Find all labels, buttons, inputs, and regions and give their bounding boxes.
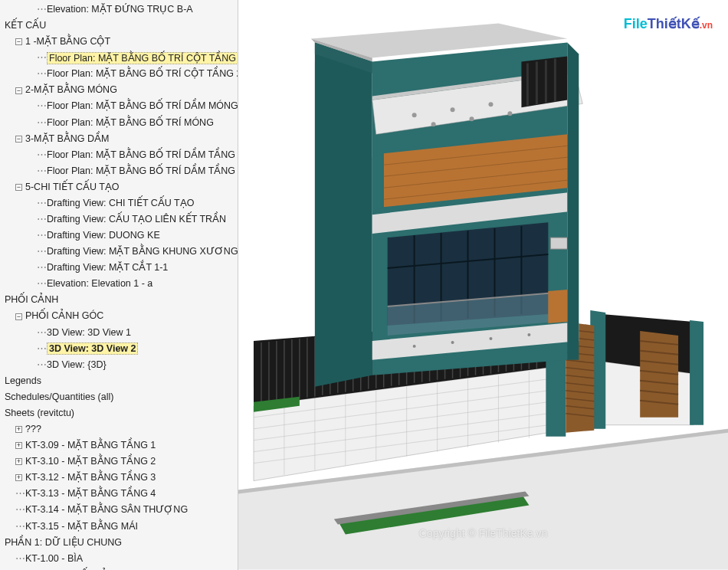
tree-node-label[interactable]: Drafting View: MẶT BẰNG KHUNG XƯƠNG xyxy=(47,247,238,257)
tree-node-label[interactable]: Schedules/Quantities (all) xyxy=(5,391,113,402)
tree-node-11[interactable]: −5-CHI TIẾT CẤU TẠO xyxy=(0,179,238,195)
tree-node-33[interactable]: PHẦN 1: DỮ LIỆU CHUNG xyxy=(0,535,238,551)
tree-node-label[interactable]: Drafting View: CẤU TẠO LIÊN KẾT TRẦN xyxy=(47,214,226,224)
tree-node-label[interactable]: 2-MẶT BẰNG MÓNG xyxy=(25,85,117,96)
viewport-inner: FileThiếtKế.vn Copyright © FileThietKe.v… xyxy=(238,0,728,570)
tree-node-18[interactable]: PHỐI CẢNH xyxy=(0,292,238,308)
tree-node-label[interactable]: KẾT CẤU xyxy=(5,20,46,31)
svg-point-125 xyxy=(527,333,530,336)
tree-node-label[interactable]: PHỐI CẢNH GÓC xyxy=(25,311,103,322)
project-browser-panel[interactable]: ⋯Elevation: MẶT ĐỨNG TRỤC B-AKẾT CẤU−1 -… xyxy=(0,0,238,570)
tree-connector-icon: ⋯ xyxy=(37,148,44,162)
tree-node-16[interactable]: ⋯Drafting View: MẶT CẮT 1-1 xyxy=(0,260,238,276)
watermark-copyright: Copyright © FileThietKe.vn xyxy=(419,527,548,539)
logo-part-file: File xyxy=(624,16,648,31)
tree-node-21[interactable]: ⋯3D View: 3D View 2 xyxy=(0,341,238,357)
tree-node-label[interactable]: 3-MẶT BẰNG DẦM xyxy=(25,133,109,144)
tree-node-10[interactable]: ⋯Floor Plan: MẶT BẰNG BỐ TRÍ DẦM TẦNG : xyxy=(0,163,238,179)
tree-node-label[interactable]: ??? xyxy=(25,424,41,434)
expand-icon[interactable]: + xyxy=(15,442,22,449)
tree-node-label[interactable]: Drafting View: CHI TIẾT CẤU TẠO xyxy=(47,198,194,208)
collapse-icon[interactable]: − xyxy=(15,313,22,320)
tree-node-0[interactable]: ⋯Elevation: MẶT ĐỨNG TRỤC B-A xyxy=(0,2,238,18)
svg-point-93 xyxy=(451,107,455,112)
tree-node-34[interactable]: ⋯KT-1.00 - BÌA xyxy=(0,551,238,567)
tree-node-label[interactable]: KT-3.13 - MẶT BẰNG TẦNG 4 xyxy=(25,489,156,500)
tree-node-27[interactable]: +KT-3.09 - MẶT BẰNG TẦNG 1 xyxy=(0,437,238,454)
tree-connector-icon: ⋯ xyxy=(37,212,44,227)
tree-node-label[interactable]: Drafting View: MẶT CẮT 1-1 xyxy=(47,263,168,274)
tree-node-label[interactable]: Elevation: Elevation 1 - a xyxy=(47,279,152,290)
tree-node-label[interactable]: KT-1.00 - BÌA xyxy=(25,553,83,564)
tree-node-label[interactable]: Floor Plan: MẶT BẰNG BỐ TRÍ DẦM TẦNG : xyxy=(47,165,238,176)
tree-node-19[interactable]: −PHỐI CẢNH GÓC xyxy=(0,308,238,324)
tree-connector-icon: ⋯ xyxy=(15,552,22,566)
tree-node-label[interactable]: 3D View: 3D View 2 xyxy=(47,342,138,355)
tree-node-28[interactable]: +KT-3.10 - MẶT BẰNG TẦNG 2 xyxy=(0,454,238,470)
collapse-icon[interactable]: − xyxy=(15,136,22,142)
tree-node-22[interactable]: ⋯3D View: {3D} xyxy=(0,357,238,373)
tree-node-label[interactable]: Legends xyxy=(5,375,41,386)
tree-node-label[interactable]: Sheets (revitctu) xyxy=(5,408,74,418)
tree-node-label[interactable]: Drafting View: DUONG KE xyxy=(47,230,160,241)
tree-node-1[interactable]: KẾT CẤU xyxy=(0,18,238,34)
tree-node-13[interactable]: ⋯Drafting View: CẤU TẠO LIÊN KẾT TRẦN xyxy=(0,211,238,228)
tree-node-label[interactable]: 5-CHI TIẾT CẤU TẠO xyxy=(25,182,120,192)
tree-node-14[interactable]: ⋯Drafting View: DUONG KE xyxy=(0,228,238,244)
tree-node-label[interactable]: Floor Plan: MẶT BẰNG BỐ TRÍ DẦM TẦNG : xyxy=(47,149,238,160)
tree-node-label[interactable]: KT-3.14 - MẶT BẰNG SÂN THƯỢNG xyxy=(25,505,188,516)
collapse-icon[interactable]: − xyxy=(15,38,22,45)
tree-node-31[interactable]: ⋯KT-3.14 - MẶT BẰNG SÂN THƯỢNG xyxy=(0,502,238,518)
tree-node-4[interactable]: ⋯Floor Plan: MẶT BẰNG BỐ TRÍ CỘT TẦNG 2 xyxy=(0,66,238,82)
tree-node-6[interactable]: ⋯Floor Plan: MẶT BẰNG BỐ TRÍ DẦM MÓNG xyxy=(0,98,238,114)
svg-point-124 xyxy=(489,337,492,340)
tree-node-label[interactable]: PHẦN 1: DỮ LIỆU CHUNG xyxy=(5,537,122,548)
tree-node-29[interactable]: +KT-3.12 - MẶT BẰNG TẦNG 3 xyxy=(0,470,238,486)
3d-viewport[interactable]: FileThiếtKế.vn Copyright © FileThietKe.v… xyxy=(238,0,728,570)
tree-node-15[interactable]: ⋯Drafting View: MẶT BẰNG KHUNG XƯƠNG xyxy=(0,244,238,260)
logo-part-vn: .vn xyxy=(700,20,713,31)
tree-node-label[interactable]: KT-3.12 - MẶT BẰNG TẦNG 3 xyxy=(25,473,156,483)
tree-node-label[interactable]: 3D View: {3D} xyxy=(47,359,107,370)
tree-node-8[interactable]: −3-MẶT BẰNG DẦM xyxy=(0,131,238,147)
tree-node-label[interactable]: 1 -MẶT BẰNG CỘT xyxy=(25,36,110,47)
expand-icon[interactable]: + xyxy=(15,474,22,481)
expand-icon[interactable]: + xyxy=(15,458,22,465)
tree-node-30[interactable]: ⋯KT-3.13 - MẶT BẰNG TẦNG 4 xyxy=(0,486,238,502)
tree-node-35[interactable]: ⋯KT-1.01 - PHỐI CẢNH xyxy=(0,567,238,570)
tree-node-2[interactable]: −1 -MẶT BẰNG CỘT xyxy=(0,34,238,50)
tree-connector-icon: ⋯ xyxy=(37,260,44,275)
collapse-icon[interactable]: − xyxy=(15,184,22,191)
tree-connector-icon: ⋯ xyxy=(37,51,44,65)
svg-point-98 xyxy=(507,111,512,116)
svg-point-97 xyxy=(470,116,474,121)
tree-node-9[interactable]: ⋯Floor Plan: MẶT BẰNG BỐ TRÍ DẦM TẦNG : xyxy=(0,147,238,163)
tree-connector-icon: ⋯ xyxy=(37,244,44,259)
tree-node-label[interactable]: Floor Plan: MẶT BẰNG BỐ TRÍ MÓNG xyxy=(47,117,214,128)
svg-marker-109 xyxy=(372,153,384,211)
tree-node-label[interactable]: KT-3.15 - MẶT BẰNG MÁI xyxy=(25,521,138,532)
tree-node-label[interactable]: PHỐI CẢNH xyxy=(5,295,58,306)
expand-icon[interactable]: + xyxy=(15,426,22,433)
tree-node-label[interactable]: 3D View: 3D View 1 xyxy=(47,327,131,338)
logo-part-thietke: ThiếtKế xyxy=(648,16,700,31)
tree-node-label[interactable]: Elevation: MẶT ĐỨNG TRỤC B-A xyxy=(47,4,193,15)
tree-node-20[interactable]: ⋯3D View: 3D View 1 xyxy=(0,325,238,341)
tree-node-26[interactable]: +??? xyxy=(0,421,238,437)
tree-node-12[interactable]: ⋯Drafting View: CHI TIẾT CẤU TẠO xyxy=(0,195,238,211)
tree-node-label[interactable]: KT-3.09 - MẶT BẰNG TẦNG 1 xyxy=(25,440,156,450)
tree-node-7[interactable]: ⋯Floor Plan: MẶT BẰNG BỐ TRÍ MÓNG xyxy=(0,115,238,131)
tree-node-32[interactable]: ⋯KT-3.15 - MẶT BẰNG MÁI xyxy=(0,519,238,535)
collapse-icon[interactable]: − xyxy=(15,87,22,94)
tree-node-25[interactable]: Sheets (revitctu) xyxy=(0,405,238,421)
tree-node-17[interactable]: ⋯Elevation: Elevation 1 - a xyxy=(0,276,238,292)
tree-node-label[interactable]: Floor Plan: MẶT BẰNG BỐ TRÍ DẦM MÓNG xyxy=(47,101,238,112)
tree-node-label[interactable]: KT-3.10 - MẶT BẰNG TẦNG 2 xyxy=(25,457,156,467)
tree-node-24[interactable]: Schedules/Quantities (all) xyxy=(0,389,238,405)
tree-node-23[interactable]: Legends xyxy=(0,373,238,389)
tree-node-label[interactable]: Floor Plan: MẶT BẰNG BỐ TRÍ CỘT TẦNG 1 xyxy=(47,52,238,64)
tree-connector-icon: ⋯ xyxy=(37,164,44,179)
tree-node-5[interactable]: −2-MẶT BẰNG MÓNG xyxy=(0,82,238,98)
tree-node-label[interactable]: Floor Plan: MẶT BẰNG BỐ TRÍ CỘT TẦNG 2 xyxy=(47,69,238,80)
tree-node-3[interactable]: ⋯Floor Plan: MẶT BẰNG BỐ TRÍ CỘT TẦNG 1 xyxy=(0,50,238,66)
